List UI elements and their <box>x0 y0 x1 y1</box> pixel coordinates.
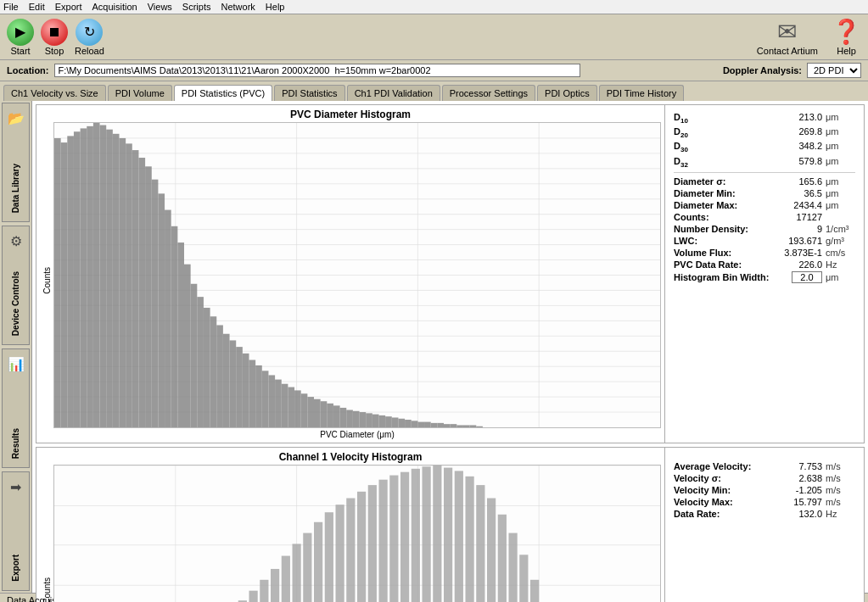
svg-rect-42 <box>177 242 184 427</box>
stat-avg-velocity-unit: m/s <box>826 461 855 471</box>
stat-volume-flux: Volume Flux: 3.873E-1 cm/s <box>674 248 855 258</box>
tab-ch1-pdi-validation[interactable]: Ch1 PDI Validation <box>347 85 440 101</box>
stat-d32-unit: μm <box>826 156 855 166</box>
stat-bin-width-unit: μm <box>826 272 855 282</box>
sidebar-item-device-controls[interactable]: ⚙ Device Controls <box>2 226 30 345</box>
menu-scripts[interactable]: Scripts <box>182 2 211 12</box>
menu-network[interactable]: Network <box>221 2 255 12</box>
svg-rect-62 <box>307 397 314 427</box>
svg-rect-141 <box>282 556 290 602</box>
velocity-stats-panel: Average Velocity: 7.753 m/s Velocity σ: … <box>664 448 864 602</box>
svg-rect-153 <box>412 469 420 602</box>
stat-diam-max-value: 2434.4 <box>771 200 822 210</box>
svg-rect-24 <box>61 142 68 427</box>
menu-views[interactable]: Views <box>148 2 172 12</box>
stat-diam-min: Diameter Min: 36.5 μm <box>674 188 855 198</box>
stat-d20-label: D20 <box>674 126 771 139</box>
svg-rect-154 <box>423 466 431 602</box>
sidebar-item-data-library[interactable]: 📂 Data Library <box>2 103 30 222</box>
stop-button[interactable]: ⏹ <box>41 19 68 46</box>
svg-rect-37 <box>145 166 152 427</box>
stat-d20-unit: μm <box>826 126 855 137</box>
start-button[interactable]: ▶ <box>7 19 34 46</box>
pvc-ylabel: Counts <box>42 267 52 294</box>
help-group: ❓ Help <box>832 18 861 56</box>
stat-d20-value: 269.8 <box>771 126 822 137</box>
pvc-histogram-panel: PVC Diameter Histogram Counts <box>36 104 865 443</box>
tab-ch1-velocity-size[interactable]: Ch1 Velocity vs. Size <box>3 85 106 101</box>
stat-lwc: LWC: 193.671 g/m³ <box>674 236 855 246</box>
svg-rect-70 <box>360 412 367 427</box>
stat-number-density: Number Density: 9 1/cm³ <box>674 224 855 234</box>
svg-rect-55 <box>262 371 269 427</box>
stat-avg-velocity-label: Average Velocity: <box>674 461 771 471</box>
location-label: Location: <box>7 65 49 75</box>
help-label[interactable]: Help <box>837 46 856 56</box>
svg-rect-144 <box>314 522 322 602</box>
stat-vel-min: Velocity Min: -1.205 m/s <box>674 485 855 495</box>
help-icon: ❓ <box>832 18 861 46</box>
svg-rect-66 <box>333 405 340 427</box>
svg-rect-159 <box>476 485 484 602</box>
tab-processor-settings[interactable]: Processor Settings <box>442 85 535 101</box>
pvc-chart-svg: 10 20 30 40 50 60 70 80 90 100 110 <box>54 123 660 427</box>
svg-rect-86 <box>463 425 470 427</box>
svg-rect-50 <box>230 340 237 427</box>
svg-rect-59 <box>288 387 294 427</box>
pvc-chart-area: PVC Diameter Histogram Counts <box>36 105 664 443</box>
stat-diam-sigma-value: 165.6 <box>771 176 822 187</box>
velocity-histogram-panel: Channel 1 Velocity Histogram Counts <box>36 447 865 602</box>
tab-pdi-optics[interactable]: PDI Optics <box>537 85 597 101</box>
location-input[interactable] <box>54 64 580 77</box>
sidebar-item-results[interactable]: 📊 Results <box>2 348 30 468</box>
svg-rect-85 <box>456 425 463 427</box>
stat-data-rate: Data Rate: 132.0 Hz <box>674 509 855 519</box>
svg-rect-88 <box>476 426 483 427</box>
svg-rect-143 <box>303 533 311 602</box>
svg-rect-162 <box>509 533 518 602</box>
stat-d10: D10 213.0 μm <box>674 112 855 125</box>
svg-rect-60 <box>294 390 301 427</box>
contact-label[interactable]: Contact Artium <box>757 46 818 56</box>
svg-rect-150 <box>379 480 388 602</box>
location-bar: Location: Doppler Analysis: 2D PDI <box>0 60 868 81</box>
tab-pdi-volume[interactable]: PDI Volume <box>108 85 172 101</box>
stat-number-density-value: 9 <box>771 224 822 234</box>
svg-rect-26 <box>74 131 81 427</box>
pvc-chart-inner: 10 20 30 40 50 60 70 80 90 100 110 <box>53 122 661 428</box>
stat-diam-min-unit: μm <box>826 188 855 198</box>
menu-edit[interactable]: Edit <box>29 2 45 12</box>
menu-help[interactable]: Help <box>266 2 285 12</box>
menu-acquisition[interactable]: Acquisition <box>92 2 137 12</box>
sidebar-item-export[interactable]: ➡ Export <box>2 471 30 591</box>
menu-file[interactable]: File <box>3 2 19 12</box>
svg-rect-54 <box>255 365 262 427</box>
stat-vel-sigma: Velocity σ: 2.638 m/s <box>674 473 855 483</box>
device-controls-icon: ⚙ <box>7 230 25 253</box>
svg-rect-46 <box>204 308 210 427</box>
svg-rect-40 <box>165 210 171 427</box>
reload-button[interactable]: ↻ <box>76 19 103 46</box>
start-label: Start <box>10 46 30 56</box>
svg-rect-48 <box>216 325 223 427</box>
stat-volume-flux-value: 3.873E-1 <box>771 248 822 258</box>
stat-counts-label: Counts: <box>674 212 771 222</box>
stop-label: Stop <box>45 46 64 56</box>
stat-bin-width-input[interactable] <box>792 271 822 283</box>
data-library-label: Data Library <box>9 159 22 218</box>
stat-diam-min-label: Diameter Min: <box>674 188 771 198</box>
svg-rect-34 <box>126 143 132 427</box>
menu-export[interactable]: Export <box>55 2 82 12</box>
contact-group: ✉ Contact Artium <box>757 18 818 56</box>
stat-pvc-data-rate-unit: Hz <box>826 259 855 270</box>
svg-rect-140 <box>271 569 279 602</box>
contact-icon: ✉ <box>777 18 797 46</box>
tab-pdi-time-history[interactable]: PDI Time History <box>599 85 685 101</box>
stat-volume-flux-label: Volume Flux: <box>674 248 771 258</box>
tab-pdi-statistics[interactable]: PDI Statistics <box>274 85 344 101</box>
stat-vel-max-label: Velocity Max: <box>674 497 771 507</box>
svg-rect-139 <box>260 580 268 602</box>
stat-counts-value: 17127 <box>771 212 822 222</box>
tab-pdi-statistics-pvc[interactable]: PDI Statistics (PVC) <box>174 85 272 101</box>
doppler-select[interactable]: 2D PDI <box>807 63 861 78</box>
